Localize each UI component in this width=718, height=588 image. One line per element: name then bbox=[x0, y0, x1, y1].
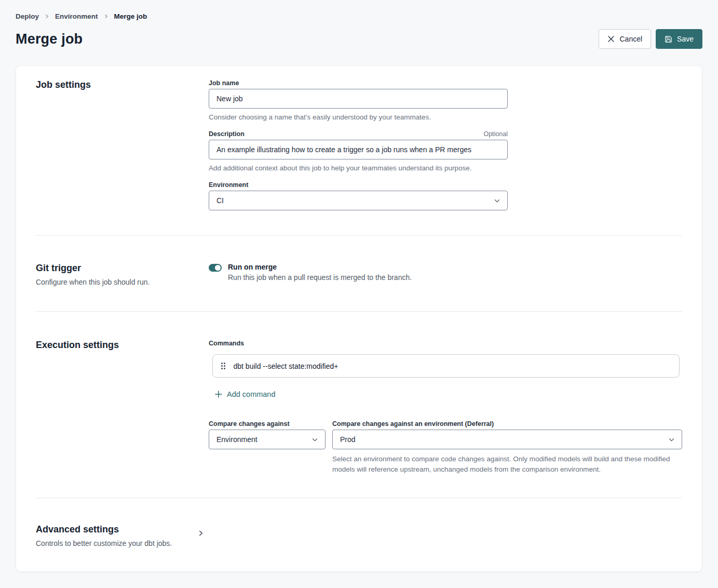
page-header: Merge job Cancel Save bbox=[16, 29, 702, 49]
description-help: Add additional context about this job to… bbox=[209, 164, 508, 172]
run-on-merge-label: Run on merge bbox=[228, 263, 412, 271]
breadcrumb-environment[interactable]: Environment bbox=[55, 12, 98, 20]
breadcrumb-deploy[interactable]: Deploy bbox=[16, 12, 39, 20]
job-name-field-group: Job name Consider choosing a name that's… bbox=[209, 79, 508, 121]
section-git-trigger: Git trigger Configure when this job shou… bbox=[36, 236, 682, 311]
chevron-right-icon bbox=[45, 14, 49, 19]
chevron-down-icon bbox=[669, 438, 674, 442]
plus-icon bbox=[215, 391, 222, 398]
compare-select-value: Environment bbox=[216, 435, 258, 444]
breadcrumb: Deploy Environment Merge job bbox=[16, 0, 702, 20]
section-execution-settings: Execution settings Commands dbt build --… bbox=[36, 312, 682, 498]
advanced-settings-subheading: Controls to better customize your dbt jo… bbox=[36, 539, 198, 547]
job-settings-heading: Job settings bbox=[36, 79, 209, 90]
run-on-merge-row: Run on merge Run this job when a pull re… bbox=[209, 263, 682, 282]
job-name-help: Consider choosing a name that's easily u… bbox=[209, 113, 508, 121]
page-title: Merge job bbox=[16, 31, 83, 47]
chevron-down-icon bbox=[312, 438, 318, 442]
page: Deploy Environment Merge job Merge job C… bbox=[0, 0, 718, 572]
header-actions: Cancel Save bbox=[599, 29, 702, 49]
save-button-label: Save bbox=[677, 35, 694, 43]
toggle-knob bbox=[215, 265, 221, 271]
deferral-select[interactable]: Prod bbox=[332, 430, 682, 449]
compare-field-group: Compare changes against Environment bbox=[209, 420, 326, 475]
expand-chevron-right-icon[interactable] bbox=[198, 530, 204, 536]
compare-row: Compare changes against Environment Comp… bbox=[209, 420, 682, 475]
environment-select[interactable]: CI bbox=[209, 191, 508, 210]
deferral-select-value: Prod bbox=[340, 435, 356, 444]
cancel-button[interactable]: Cancel bbox=[599, 29, 651, 49]
deferral-label: Compare changes against an environment (… bbox=[332, 420, 682, 427]
run-on-merge-description: Run this job when a pull request is merg… bbox=[228, 273, 412, 282]
environment-field-group: Environment CI bbox=[209, 181, 508, 210]
job-name-label: Job name bbox=[209, 79, 508, 87]
description-input[interactable] bbox=[209, 140, 508, 159]
section-advanced-settings: Advanced settings Controls to better cus… bbox=[36, 498, 682, 547]
run-on-merge-toggle[interactable] bbox=[209, 264, 222, 272]
compare-label: Compare changes against bbox=[209, 420, 326, 427]
description-optional-badge: Optional bbox=[483, 130, 508, 138]
section-job-settings: Job settings Job name Consider choosing … bbox=[36, 79, 682, 235]
save-icon bbox=[665, 35, 672, 43]
chevron-down-icon bbox=[494, 199, 500, 203]
compare-select[interactable]: Environment bbox=[209, 430, 326, 449]
git-trigger-heading: Git trigger bbox=[36, 263, 209, 274]
add-command-button[interactable]: Add command bbox=[215, 390, 276, 398]
deferral-field-group: Compare changes against an environment (… bbox=[332, 420, 682, 475]
advanced-settings-heading: Advanced settings bbox=[36, 524, 198, 535]
description-field-group: Description Optional Add additional cont… bbox=[209, 130, 508, 172]
environment-select-value: CI bbox=[216, 196, 224, 205]
git-trigger-subheading: Configure when this job should run. bbox=[36, 278, 209, 286]
chevron-right-icon bbox=[104, 14, 109, 19]
close-icon bbox=[607, 35, 615, 43]
deferral-help: Select an environment to compare code ch… bbox=[332, 454, 675, 475]
command-text[interactable]: dbt build --select state:modified+ bbox=[234, 362, 338, 370]
job-name-input[interactable] bbox=[209, 89, 508, 109]
commands-label: Commands bbox=[209, 340, 682, 347]
job-settings-card: Job settings Job name Consider choosing … bbox=[16, 65, 702, 572]
drag-handle-icon[interactable] bbox=[221, 363, 225, 369]
breadcrumb-merge-job: Merge job bbox=[114, 12, 147, 20]
environment-label: Environment bbox=[209, 181, 508, 189]
execution-settings-heading: Execution settings bbox=[36, 340, 209, 351]
description-label: Description bbox=[209, 130, 245, 138]
add-command-label: Add command bbox=[227, 390, 276, 398]
save-button[interactable]: Save bbox=[656, 29, 702, 49]
command-row[interactable]: dbt build --select state:modified+ bbox=[212, 354, 680, 378]
cancel-button-label: Cancel bbox=[619, 35, 642, 43]
